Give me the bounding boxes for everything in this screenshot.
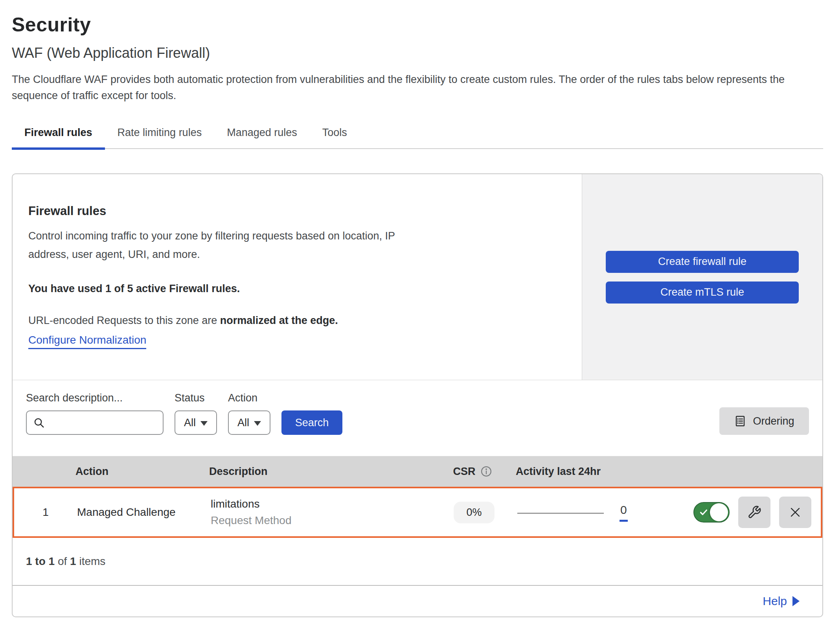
search-button[interactable]: Search xyxy=(281,410,342,435)
info-icon[interactable] xyxy=(480,466,492,477)
table-row: 1 Managed Challenge limitations Request … xyxy=(14,488,821,536)
status-filter-group: Status All xyxy=(175,392,217,435)
rule-controls xyxy=(690,497,821,528)
delete-rule-button[interactable] xyxy=(779,497,811,528)
rule-csr-cell: 0% xyxy=(431,502,517,523)
activity-sparkline xyxy=(517,513,604,514)
toggle-knob xyxy=(710,503,728,521)
checkmark-icon xyxy=(699,508,708,517)
list-document-icon xyxy=(734,415,746,427)
rule-description[interactable]: limitations xyxy=(211,498,431,510)
action-filter-group: Action All xyxy=(228,392,270,435)
pagination-items: items xyxy=(76,555,106,568)
filter-bar: Search description... Status All xyxy=(13,380,822,456)
card-top-section: Firewall rules Control incoming traffic … xyxy=(13,174,822,380)
create-firewall-rule-button[interactable]: Create firewall rule xyxy=(606,251,799,273)
status-label: Status xyxy=(175,392,217,404)
firewall-rules-card: Firewall rules Control incoming traffic … xyxy=(12,173,823,617)
action-select[interactable]: All xyxy=(228,410,270,435)
rule-activity-cell: 0 xyxy=(517,503,690,522)
rule-expression: Request Method xyxy=(211,514,431,527)
search-group: Search description... xyxy=(26,392,164,435)
help-link-label: Help xyxy=(763,594,787,608)
tab-rate-limiting-rules[interactable]: Rate limiting rules xyxy=(105,120,215,148)
page-description: The Cloudflare WAF provides both automat… xyxy=(12,72,818,104)
rule-row-highlight: 1 Managed Challenge limitations Request … xyxy=(13,487,822,538)
tab-tools[interactable]: Tools xyxy=(310,120,360,148)
rule-action: Managed Challenge xyxy=(77,506,211,519)
pagination: 1 to 1 of 1 items xyxy=(13,538,822,586)
ordering-button[interactable]: Ordering xyxy=(719,407,809,435)
tab-firewall-rules[interactable]: Firewall rules xyxy=(12,120,105,148)
url-normalization-note: URL-encoded Requests to this zone are no… xyxy=(28,315,566,327)
action-label: Action xyxy=(228,392,270,404)
csr-badge: 0% xyxy=(454,502,494,523)
header-activity: Activity last 24hr xyxy=(516,466,689,478)
url-note-bold: normalized at the edge. xyxy=(220,315,338,326)
edit-rule-button[interactable] xyxy=(738,497,770,528)
search-label: Search description... xyxy=(26,392,164,404)
chevron-down-icon xyxy=(254,421,261,426)
pagination-range: 1 to 1 xyxy=(26,555,55,567)
search-box xyxy=(26,410,164,435)
rule-priority: 1 xyxy=(14,506,77,519)
usage-note: You have used 1 of 5 active Firewall rul… xyxy=(28,283,566,295)
search-icon xyxy=(33,417,45,429)
page-subtitle: WAF (Web Application Firewall) xyxy=(12,45,823,61)
ordering-button-label: Ordering xyxy=(753,415,794,427)
rule-description-cell: limitations Request Method xyxy=(211,498,431,527)
waf-page: Security WAF (Web Application Firewall) … xyxy=(0,0,831,617)
configure-normalization-link[interactable]: Configure Normalization xyxy=(28,334,146,349)
pagination-total: 1 xyxy=(70,555,76,567)
card-footer: Help xyxy=(13,586,822,616)
close-icon xyxy=(789,506,802,519)
activity-count-link[interactable]: 0 xyxy=(620,503,628,522)
page-title: Security xyxy=(12,13,823,36)
status-select[interactable]: All xyxy=(175,410,217,435)
waf-tabs: Firewall rules Rate limiting rules Manag… xyxy=(12,120,823,149)
url-note-regular: URL-encoded Requests to this zone are xyxy=(28,315,220,326)
firewall-rules-info: Firewall rules Control incoming traffic … xyxy=(13,174,582,380)
triangle-right-icon xyxy=(792,596,800,606)
card-heading: Firewall rules xyxy=(28,204,566,218)
table-header: Action Description CSR Activity last 24h… xyxy=(13,456,822,487)
header-description: Description xyxy=(209,466,429,478)
chevron-down-icon xyxy=(200,421,208,426)
search-input[interactable] xyxy=(49,417,156,429)
pagination-of: of xyxy=(55,555,70,568)
tab-managed-rules[interactable]: Managed rules xyxy=(214,120,310,148)
create-rule-panel: Create firewall rule Create mTLS rule xyxy=(582,174,822,380)
status-select-value: All xyxy=(184,417,196,429)
create-mtls-rule-button[interactable]: Create mTLS rule xyxy=(606,282,799,304)
header-action: Action xyxy=(75,466,209,478)
wrench-icon xyxy=(747,505,761,519)
rule-enabled-toggle[interactable] xyxy=(693,502,730,523)
header-csr: CSR xyxy=(429,466,516,478)
help-link[interactable]: Help xyxy=(763,594,800,608)
header-csr-label: CSR xyxy=(453,466,475,478)
card-description: Control incoming traffic to your zone by… xyxy=(28,227,417,264)
action-select-value: All xyxy=(237,417,249,429)
